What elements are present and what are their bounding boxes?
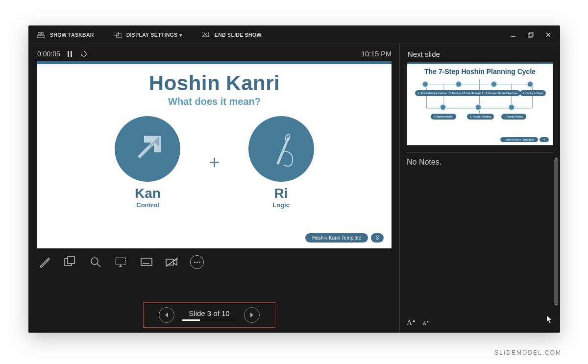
watermark: SLIDEMODEL.COM bbox=[494, 349, 562, 356]
svg-rect-17 bbox=[68, 257, 74, 264]
svg-rect-14 bbox=[71, 51, 72, 57]
needle-icon bbox=[248, 116, 314, 182]
previous-slide-button[interactable] bbox=[159, 307, 174, 323]
display-settings-label: DISPLAY SETTINGS ▾ bbox=[126, 32, 182, 38]
decrease-font-button[interactable]: A▼ bbox=[423, 320, 429, 326]
svg-rect-0 bbox=[37, 36, 45, 37]
svg-point-18 bbox=[91, 258, 98, 265]
end-show-icon bbox=[202, 31, 210, 38]
svg-rect-2 bbox=[41, 32, 43, 35]
current-time: 10:15 PM bbox=[361, 50, 392, 58]
next-slide-title: The 7-Step Hoshin Planning Cycle bbox=[407, 68, 553, 75]
current-slide-pane: 0:00:05 10:15 PM Hoshin Kanri What does … bbox=[28, 44, 399, 333]
notes-text: No Notes. bbox=[407, 158, 441, 166]
end-slideshow-button[interactable]: END SLIDE SHOW bbox=[202, 31, 262, 38]
close-button[interactable] bbox=[545, 32, 551, 38]
taskbar-icon bbox=[37, 31, 45, 38]
slide-progress-bar bbox=[182, 319, 236, 321]
display-settings-button[interactable]: DISPLAY SETTINGS ▾ bbox=[114, 31, 182, 38]
slide-title: Hoshin Kanri bbox=[37, 72, 392, 95]
current-slide-preview[interactable]: Hoshin Kanri What does it mean? Kan Cont… bbox=[37, 61, 392, 248]
next-slide-thumbnail[interactable]: The 7-Step Hoshin Planning Cycle 1. Esta… bbox=[407, 62, 553, 146]
subtitle-button[interactable] bbox=[139, 255, 154, 269]
camera-off-button[interactable] bbox=[165, 255, 179, 269]
app-toolbar: SHOW TASKBAR DISPLAY SETTINGS ▾ END SLID… bbox=[28, 25, 560, 44]
plus-icon: + bbox=[209, 152, 220, 173]
slide-counter-label: Slide 3 of 10 bbox=[189, 309, 229, 317]
svg-rect-23 bbox=[141, 258, 152, 266]
pen-tool-button[interactable] bbox=[37, 255, 52, 269]
next-slide-and-notes-pane: Next slide The 7-Step Hoshin Planning Cy… bbox=[399, 44, 560, 333]
pause-timer-button[interactable] bbox=[67, 50, 73, 57]
kan-word: Kan bbox=[135, 186, 161, 201]
black-screen-button[interactable] bbox=[114, 255, 128, 269]
presenter-view-window: SHOW TASKBAR DISPLAY SETTINGS ▾ END SLID… bbox=[28, 25, 560, 333]
increase-font-button[interactable]: A▲ bbox=[407, 318, 416, 327]
display-settings-icon bbox=[114, 31, 122, 38]
see-all-slides-button[interactable] bbox=[63, 255, 77, 269]
svg-line-19 bbox=[97, 264, 100, 267]
restart-timer-button[interactable] bbox=[80, 50, 88, 57]
restore-button[interactable] bbox=[528, 32, 534, 38]
ri-word: Ri bbox=[274, 186, 288, 201]
end-slideshow-label: END SLIDE SHOW bbox=[215, 32, 262, 38]
slide-navigation-highlighted: Slide 3 of 10 bbox=[143, 302, 275, 328]
cursor-icon bbox=[546, 315, 553, 326]
svg-rect-10 bbox=[529, 32, 533, 36]
ri-meaning: Logic bbox=[272, 201, 290, 209]
next-slide-number: 4 bbox=[539, 137, 549, 142]
notes-scrollbar[interactable] bbox=[554, 159, 558, 304]
svg-rect-1 bbox=[38, 32, 40, 35]
more-options-button[interactable] bbox=[190, 255, 204, 269]
next-slide-diagram: 1. Establish Organizational Vision 2. De… bbox=[413, 79, 547, 132]
presenter-tools bbox=[37, 255, 392, 269]
minimize-button[interactable] bbox=[510, 32, 516, 38]
svg-rect-20 bbox=[116, 258, 125, 265]
notes-panel: No Notes. bbox=[407, 152, 553, 326]
slide-subtitle: What does it mean? bbox=[37, 96, 392, 107]
svg-rect-9 bbox=[528, 33, 532, 37]
next-slide-heading: Next slide bbox=[408, 50, 553, 58]
show-taskbar-button[interactable]: SHOW TASKBAR bbox=[37, 31, 94, 38]
show-taskbar-label: SHOW TASKBAR bbox=[50, 32, 94, 38]
zoom-button[interactable] bbox=[88, 255, 103, 269]
template-label: Hoshin Kanri Template bbox=[305, 233, 368, 243]
arrow-icon bbox=[115, 116, 180, 182]
kan-meaning: Control bbox=[136, 201, 159, 209]
svg-rect-13 bbox=[68, 51, 69, 57]
next-template-label: Hoshin Kanri Template bbox=[500, 137, 538, 142]
elapsed-timer: 0:00:05 bbox=[37, 50, 60, 58]
next-slide-button[interactable] bbox=[244, 307, 260, 323]
slide-number-badge: 3 bbox=[371, 233, 384, 243]
